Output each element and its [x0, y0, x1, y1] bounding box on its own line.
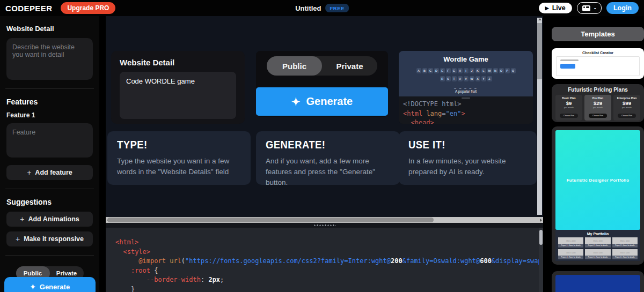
live-button[interactable]: ▶ Live: [539, 3, 572, 13]
horizontal-scrollbar[interactable]: [106, 217, 543, 223]
demo-visibility-toggle: Public Private: [267, 56, 377, 76]
left-sidebar: Website Detail Features Feature 1 + Add …: [0, 16, 99, 292]
plan-price: $29: [586, 100, 610, 106]
key-i: I: [464, 68, 469, 73]
suggestion-add-animations-button[interactable]: + Add Animations: [6, 212, 93, 227]
pricing-plan-enterprise: Enterprise Plan $99 per month Choose Pla…: [613, 95, 640, 121]
scroll-up-arrow-icon[interactable]: [538, 18, 541, 20]
generate-button[interactable]: ✦ Generate: [4, 277, 96, 292]
checklist-blue-button: [560, 64, 575, 69]
checklist-placeholder-text: [560, 59, 579, 61]
key-d: D: [434, 68, 439, 73]
suggestion-label: Add Animations: [28, 215, 79, 223]
key-c: C: [428, 68, 433, 73]
checklist-preview-panel: [556, 56, 640, 76]
templates-header[interactable]: Templates: [552, 27, 644, 41]
key-p: P: [505, 68, 510, 73]
record-dash: -: [594, 4, 596, 12]
live-button-label: Live: [552, 4, 566, 12]
template-blue-partial[interactable]: [552, 271, 644, 292]
template-pricing-plans[interactable]: Futuristic Pricing Plans Basic Plan $9 p…: [552, 84, 644, 122]
feature-1-label: Feature 1: [6, 111, 93, 119]
plan-price: $99: [614, 100, 639, 106]
key-g: G: [452, 68, 457, 73]
sparkle-icon: ✦: [30, 283, 36, 290]
code-content[interactable]: <html> <style> @import url("https://font…: [115, 238, 536, 292]
portfolio-section: My Portfolio 350 x 200Project 1 - Hover …: [555, 230, 640, 261]
plan-name: Pro Plan: [586, 96, 610, 100]
code-editor[interactable]: <html> <style> @import url("https://font…: [106, 228, 543, 292]
add-feature-button[interactable]: + Add feature: [6, 165, 93, 180]
portfolio-tile: 350 x 200Project 1 - Hover for details: [558, 237, 583, 248]
demo-website-detail-input: Code WORDLE game: [120, 72, 236, 119]
code-editor-scrollbar[interactable]: [539, 228, 543, 292]
wordle-title: Wordle Game: [399, 55, 533, 63]
login-button[interactable]: Login: [606, 2, 639, 14]
topbar-actions: ▶ Live - Login: [539, 2, 639, 14]
templates-sidebar: Templates Checklist Creator Futuristic P…: [552, 16, 644, 292]
demo-generate-button: ✦ Generate: [256, 87, 388, 116]
divider: [5, 88, 94, 89]
key-k: K: [475, 68, 480, 73]
website-detail-input[interactable]: [6, 38, 93, 80]
plan-period: per month: [586, 106, 610, 109]
plan-price: $9: [557, 100, 581, 106]
suggestions-heading: Suggestions: [6, 198, 93, 206]
horizontal-scrollbar-thumb[interactable]: [107, 218, 434, 222]
key-o: O: [499, 68, 504, 73]
portfolio-section-title: My Portfolio: [558, 232, 638, 236]
key-x: X: [475, 76, 480, 81]
step-card-use-it: USE IT! In a few minutes, your website p…: [399, 131, 537, 185]
panel-resize-handle[interactable]: [106, 223, 543, 228]
step-description: In a few minutes, your website prepared …: [408, 156, 527, 177]
key-a: A: [416, 68, 421, 73]
website-detail-heading: Website Detail: [6, 25, 93, 33]
plan-period: per month: [614, 106, 639, 109]
key-e: E: [440, 68, 445, 73]
portfolio-tile: 350 x 200Project 3 - Hover for details: [612, 237, 638, 248]
choose-plan-button: Choose Plan: [560, 114, 578, 118]
key-r: R: [440, 76, 445, 81]
portfolio-hero-title: Futuristic Designer Portfolio: [567, 178, 630, 183]
key-y: Y: [481, 76, 486, 81]
video-icon: [582, 5, 590, 11]
generate-button-label: Generate: [40, 283, 70, 291]
preview-vertical-scrollbar[interactable]: [537, 18, 542, 215]
project-title[interactable]: Untitled: [295, 4, 321, 12]
upgrade-pro-button[interactable]: Upgrade PRO: [61, 2, 115, 14]
record-button[interactable]: -: [577, 2, 602, 14]
plan-name: Enterprise Plan: [614, 96, 639, 100]
topbar: CODEPEER Upgrade PRO Untitled FREE ▶ Liv…: [0, 0, 644, 16]
template-checklist-creator[interactable]: Checklist Creator: [552, 48, 644, 79]
demo-generate-label: Generate: [306, 95, 353, 108]
key-v: V: [464, 76, 469, 81]
scroll-right-arrow-icon[interactable]: [540, 219, 542, 222]
key-q: Q: [511, 68, 516, 73]
feature-input[interactable]: [6, 123, 93, 158]
portfolio-hero: Futuristic Designer Portfolio: [555, 130, 640, 230]
demo-website-detail-heading: Website Detail: [120, 58, 236, 67]
divider: [5, 189, 94, 189]
template-designer-portfolio[interactable]: Futuristic Designer Portfolio My Portfol…: [552, 126, 644, 265]
code-editor-scrollbar-thumb[interactable]: [539, 230, 543, 245]
preview-pane: Website Detail Code WORDLE game Public P…: [106, 16, 543, 217]
step-description: And if you want, add a few more features…: [266, 156, 390, 185]
blue-template-preview: [555, 275, 640, 292]
key-m: M: [487, 68, 492, 73]
step-title: GENERATE!: [266, 138, 375, 151]
wordle-blanks: _ _ _ _ _: [399, 85, 533, 88]
plan-badge: FREE: [326, 4, 349, 12]
key-l: L: [481, 68, 486, 73]
template-pricing-title: Futuristic Pricing Plans: [555, 87, 640, 93]
preview-vertical-scrollbar-thumb[interactable]: [537, 23, 542, 79]
step-description: Type the website you want in a few words…: [117, 156, 241, 177]
portfolio-tile: 350 x 200Project 6 - Hover for details: [612, 249, 638, 259]
app-logo: CODEPEER: [5, 4, 52, 13]
suggestion-make-responsive-button[interactable]: + Make it responsive: [6, 231, 93, 246]
plus-icon: +: [27, 168, 31, 177]
pricing-plan-pro: Pro Plan $29 per month Choose Plan: [584, 95, 611, 121]
pricing-plans-row: Basic Plan $9 per month Choose Plan Pro …: [555, 95, 640, 121]
demo-public-option: Public: [267, 56, 322, 76]
step-title: TYPE!: [117, 138, 226, 151]
demo-private-option: Private: [322, 56, 377, 76]
